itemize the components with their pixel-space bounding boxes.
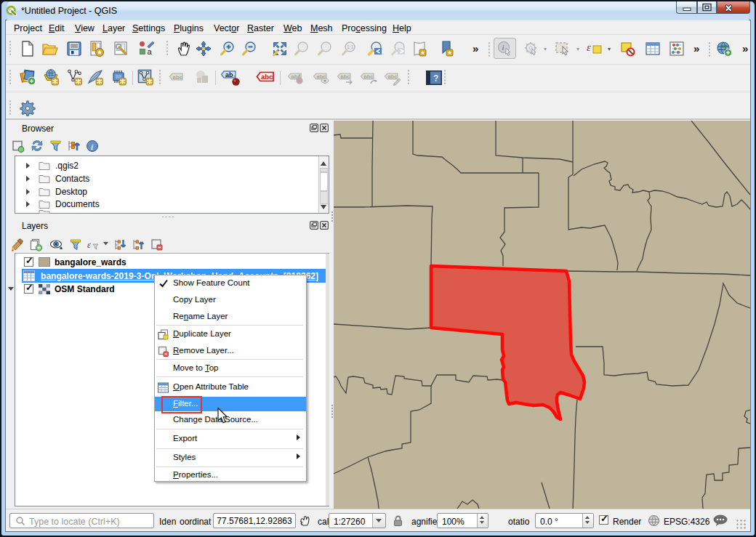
svg-text:abc: abc	[388, 73, 398, 80]
svg-text:abc: abc	[341, 73, 350, 80]
svg-text:a: a	[148, 47, 153, 56]
svg-text:abc: abc	[364, 73, 374, 80]
svg-text:1:1: 1:1	[347, 44, 353, 49]
svg-text:?: ?	[433, 73, 438, 84]
svg-text:abc: abc	[261, 73, 273, 81]
svg-text:ε: ε	[87, 239, 92, 250]
svg-text:ε: ε	[587, 41, 591, 53]
svg-text:abc: abc	[173, 74, 183, 81]
svg-text:ab: ab	[225, 71, 233, 78]
